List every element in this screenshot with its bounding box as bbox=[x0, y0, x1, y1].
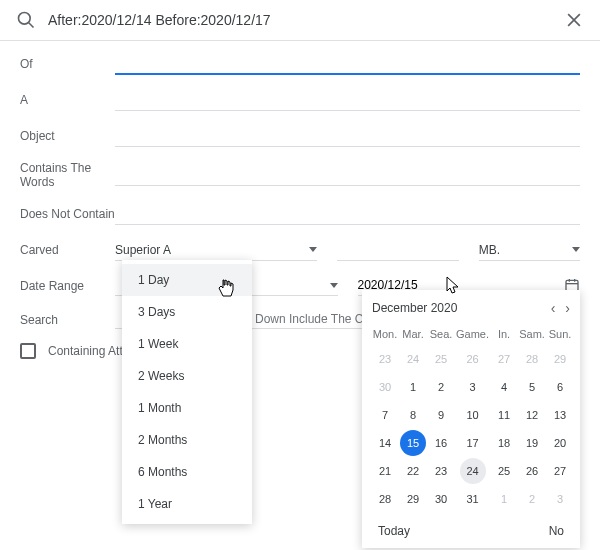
dropdown-item[interactable]: 2 Weeks bbox=[122, 360, 252, 392]
calendar-day[interactable]: 12 bbox=[519, 402, 545, 428]
dow-label: Sun. bbox=[547, 324, 573, 344]
field-a[interactable] bbox=[115, 89, 580, 111]
calendar-day[interactable]: 17 bbox=[460, 430, 486, 456]
size-unit-value: MB. bbox=[479, 243, 500, 257]
calendar-day[interactable]: 27 bbox=[491, 346, 517, 372]
field-not-contain[interactable] bbox=[115, 203, 580, 225]
dropdown-item[interactable]: 6 Months bbox=[122, 456, 252, 488]
dow-label: Game. bbox=[456, 324, 489, 344]
calendar-day[interactable]: 29 bbox=[400, 486, 426, 512]
calendar-day[interactable]: 28 bbox=[372, 486, 398, 512]
dropdown-item[interactable]: 2 Months bbox=[122, 424, 252, 456]
calendar-day[interactable]: 23 bbox=[372, 346, 398, 372]
calendar-day[interactable]: 4 bbox=[491, 374, 517, 400]
date-range-dropdown: 1 Day3 Days1 Week2 Weeks1 Month2 Months6… bbox=[122, 260, 252, 524]
calendar-day[interactable]: 21 bbox=[372, 458, 398, 484]
caret-icon bbox=[330, 283, 338, 288]
svg-point-0 bbox=[19, 13, 31, 25]
search-bar: After:2020/12/14 Before:2020/12/17 bbox=[0, 0, 600, 41]
calendar-day[interactable]: 31 bbox=[460, 486, 486, 512]
calendar-day[interactable]: 3 bbox=[460, 374, 486, 400]
dropdown-hint: Down Include The Ch bbox=[255, 312, 370, 326]
dow-label: Sea. bbox=[428, 324, 454, 344]
calendar-day[interactable]: 8 bbox=[400, 402, 426, 428]
size-input[interactable] bbox=[337, 239, 458, 261]
size-op-select[interactable]: Superior A bbox=[115, 239, 317, 261]
calendar-day[interactable]: 3 bbox=[547, 486, 573, 512]
calendar-day[interactable]: 15 bbox=[400, 430, 426, 456]
search-query[interactable]: After:2020/12/14 Before:2020/12/17 bbox=[48, 12, 564, 28]
calendar-day[interactable]: 2 bbox=[519, 486, 545, 512]
calendar-day[interactable]: 29 bbox=[547, 346, 573, 372]
calendar-day[interactable]: 5 bbox=[519, 374, 545, 400]
calendar-day[interactable]: 1 bbox=[491, 486, 517, 512]
calendar-day[interactable]: 7 bbox=[372, 402, 398, 428]
calendar-day[interactable]: 2 bbox=[428, 374, 454, 400]
dow-label: In. bbox=[491, 324, 517, 344]
calendar-day[interactable]: 20 bbox=[547, 430, 573, 456]
label-contains: Contains The Words bbox=[20, 161, 115, 189]
caret-icon bbox=[572, 247, 580, 252]
calendar-day[interactable]: 30 bbox=[372, 374, 398, 400]
label-not-contain: Does Not Contain bbox=[20, 207, 115, 221]
today-button[interactable]: Today bbox=[378, 524, 410, 538]
calendar-day[interactable]: 22 bbox=[400, 458, 426, 484]
field-of[interactable] bbox=[115, 53, 580, 75]
calendar-day[interactable]: 26 bbox=[519, 458, 545, 484]
calendar-day[interactable]: 19 bbox=[519, 430, 545, 456]
field-contains[interactable] bbox=[115, 164, 580, 186]
calendar-day[interactable]: 6 bbox=[547, 374, 573, 400]
calendar-day[interactable]: 9 bbox=[428, 402, 454, 428]
calendar-day[interactable]: 1 bbox=[400, 374, 426, 400]
calendar-day[interactable]: 24 bbox=[460, 458, 486, 484]
calendar-day[interactable]: 16 bbox=[428, 430, 454, 456]
label-carved: Carved bbox=[20, 243, 115, 257]
calendar-day[interactable]: 25 bbox=[428, 346, 454, 372]
calendar-grid: Mon.Mar.Sea.Game.In.Sam.Sun.232425262728… bbox=[372, 324, 570, 512]
label-search: Search bbox=[20, 313, 115, 327]
caret-icon bbox=[309, 247, 317, 252]
dow-label: Sam. bbox=[519, 324, 545, 344]
calendar-day[interactable]: 28 bbox=[519, 346, 545, 372]
label-a: A bbox=[20, 93, 115, 107]
calendar-day[interactable]: 11 bbox=[491, 402, 517, 428]
datepicker: December 2020 ‹ › Mon.Mar.Sea.Game.In.Sa… bbox=[362, 290, 580, 548]
field-object[interactable] bbox=[115, 125, 580, 147]
none-button[interactable]: No bbox=[549, 524, 564, 538]
dow-label: Mon. bbox=[372, 324, 398, 344]
attachments-checkbox[interactable] bbox=[20, 343, 36, 359]
close-icon[interactable] bbox=[564, 10, 584, 30]
month-label: December 2020 bbox=[372, 301, 457, 315]
dropdown-item[interactable]: 1 Year bbox=[122, 488, 252, 520]
calendar-day[interactable]: 13 bbox=[547, 402, 573, 428]
label-of: Of bbox=[20, 57, 115, 71]
dropdown-item[interactable]: 1 Month bbox=[122, 392, 252, 424]
dropdown-item[interactable]: 1 Day bbox=[122, 264, 252, 296]
search-icon bbox=[16, 10, 36, 30]
svg-line-1 bbox=[29, 23, 34, 28]
calendar-day[interactable]: 26 bbox=[460, 346, 486, 372]
label-object: Object bbox=[20, 129, 115, 143]
calendar-day[interactable]: 30 bbox=[428, 486, 454, 512]
calendar-day[interactable]: 23 bbox=[428, 458, 454, 484]
prev-month-button[interactable]: ‹ bbox=[551, 300, 556, 316]
size-unit-select[interactable]: MB. bbox=[479, 239, 580, 261]
dropdown-item[interactable]: 1 Week bbox=[122, 328, 252, 360]
calendar-day[interactable]: 25 bbox=[491, 458, 517, 484]
calendar-day[interactable]: 18 bbox=[491, 430, 517, 456]
dow-label: Mar. bbox=[400, 324, 426, 344]
calendar-day[interactable]: 14 bbox=[372, 430, 398, 456]
label-date-range: Date Range bbox=[20, 279, 115, 293]
calendar-day[interactable]: 27 bbox=[547, 458, 573, 484]
dropdown-item[interactable]: 3 Days bbox=[122, 296, 252, 328]
calendar-day[interactable]: 10 bbox=[460, 402, 486, 428]
calendar-day[interactable]: 24 bbox=[400, 346, 426, 372]
next-month-button[interactable]: › bbox=[565, 300, 570, 316]
size-op-value: Superior A bbox=[115, 243, 171, 257]
